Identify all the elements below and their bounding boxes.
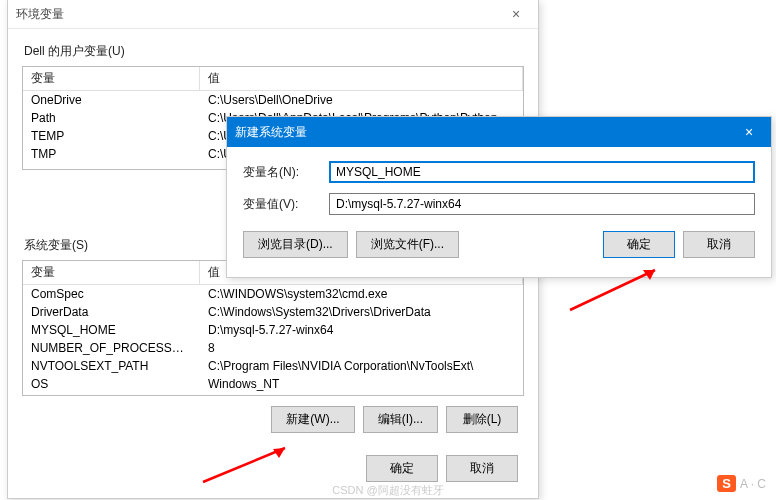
- table-row[interactable]: OSWindows_NT: [23, 375, 523, 393]
- var-name-cell: DriverData: [23, 303, 200, 321]
- watermark: S A · C: [717, 475, 766, 492]
- close-icon[interactable]: ×: [735, 124, 763, 140]
- var-value-cell: C:\Windows\System32\Drivers\DriverData: [200, 303, 523, 321]
- table-row[interactable]: ComSpecC:\WINDOWS\system32\cmd.exe: [23, 285, 523, 304]
- dialog-ok-button[interactable]: 确定: [603, 231, 675, 258]
- dialog-title: 新建系统变量: [235, 124, 307, 141]
- sys-vars-table-container: 变量 值 ComSpecC:\WINDOWS\system32\cmd.exeD…: [22, 260, 524, 396]
- watermark-text: A · C: [740, 477, 766, 491]
- user-vars-label: Dell 的用户变量(U): [24, 43, 524, 60]
- browse-file-button[interactable]: 浏览文件(F)...: [356, 231, 459, 258]
- var-name-cell: TMP: [23, 145, 200, 163]
- table-row[interactable]: DriverDataC:\Windows\System32\Drivers\Dr…: [23, 303, 523, 321]
- var-name-cell: NUMBER_OF_PROCESSORS: [23, 339, 200, 357]
- new-system-var-dialog: 新建系统变量 × 变量名(N): 变量值(V): 浏览目录(D)... 浏览文件…: [226, 116, 772, 278]
- var-value-cell: E:\opencv420\build\install\x64\vc14\bin;…: [200, 393, 523, 396]
- var-name-cell: OneDrive: [23, 91, 200, 110]
- main-ok-button[interactable]: 确定: [366, 455, 438, 482]
- main-footer-buttons: 确定 取消: [22, 445, 524, 486]
- col-var-header[interactable]: 变量: [23, 261, 200, 285]
- var-value-cell: D:\mysql-5.7.27-winx64: [200, 321, 523, 339]
- sys-vars-buttons: 新建(W)... 编辑(I)... 删除(L): [22, 396, 524, 437]
- sys-new-button[interactable]: 新建(W)...: [271, 406, 354, 433]
- var-name-cell: MYSQL_HOME: [23, 321, 200, 339]
- col-val-header[interactable]: 值: [200, 67, 523, 91]
- var-name-cell: TEMP: [23, 127, 200, 145]
- var-value-input[interactable]: [329, 193, 755, 215]
- var-value-cell: C:\WINDOWS\system32\cmd.exe: [200, 285, 523, 304]
- table-row[interactable]: pathE:\opencv420\build\install\x64\vc14\…: [23, 393, 523, 396]
- main-cancel-button[interactable]: 取消: [446, 455, 518, 482]
- main-titlebar: 环境变量 ×: [8, 0, 538, 29]
- var-name-cell: NVTOOLSEXT_PATH: [23, 357, 200, 375]
- var-name-cell: Path: [23, 109, 200, 127]
- var-value-cell: C:\Users\Dell\OneDrive: [200, 91, 523, 110]
- table-row[interactable]: OneDriveC:\Users\Dell\OneDrive: [23, 91, 523, 110]
- var-value-cell: C:\Program Files\NVIDIA Corporation\NvTo…: [200, 357, 523, 375]
- dialog-footer-buttons: 浏览目录(D)... 浏览文件(F)... 确定 取消: [227, 225, 771, 270]
- browse-dir-button[interactable]: 浏览目录(D)...: [243, 231, 348, 258]
- var-name-cell: OS: [23, 375, 200, 393]
- dialog-titlebar: 新建系统变量 ×: [227, 117, 771, 147]
- col-var-header[interactable]: 变量: [23, 67, 200, 91]
- dialog-cancel-button[interactable]: 取消: [683, 231, 755, 258]
- var-name-cell: path: [23, 393, 200, 396]
- var-name-input[interactable]: [329, 161, 755, 183]
- table-row[interactable]: NUMBER_OF_PROCESSORS8: [23, 339, 523, 357]
- sys-edit-button[interactable]: 编辑(I)...: [363, 406, 438, 433]
- watermark-badge: S: [717, 475, 736, 492]
- var-value-label: 变量值(V):: [243, 196, 329, 213]
- close-icon[interactable]: ×: [502, 6, 530, 22]
- var-value-cell: 8: [200, 339, 523, 357]
- main-title: 环境变量: [16, 6, 64, 23]
- var-value-cell: Windows_NT: [200, 375, 523, 393]
- var-name-cell: ComSpec: [23, 285, 200, 304]
- var-name-label: 变量名(N):: [243, 164, 329, 181]
- table-row[interactable]: MYSQL_HOMED:\mysql-5.7.27-winx64: [23, 321, 523, 339]
- sys-vars-table[interactable]: 变量 值 ComSpecC:\WINDOWS\system32\cmd.exeD…: [23, 261, 523, 396]
- csdn-credit: CSDN @阿超没有蛀牙: [332, 483, 443, 498]
- sys-delete-button[interactable]: 删除(L): [446, 406, 518, 433]
- table-row[interactable]: NVTOOLSEXT_PATHC:\Program Files\NVIDIA C…: [23, 357, 523, 375]
